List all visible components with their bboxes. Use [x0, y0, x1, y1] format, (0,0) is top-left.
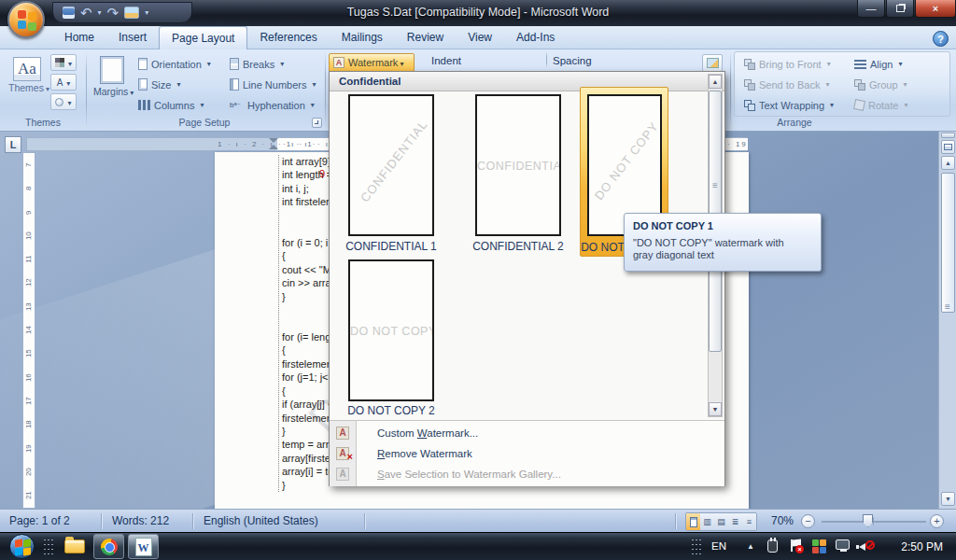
print-layout-view-button[interactable]: [686, 513, 700, 530]
zoom-in-button[interactable]: +: [930, 514, 944, 528]
page-setup-dialog-launcher[interactable]: [312, 118, 322, 128]
scrollbar-thumb[interactable]: [941, 173, 955, 313]
word-taskbar-button[interactable]: [128, 534, 159, 559]
tab-add-ins[interactable]: Add-Ins: [504, 26, 567, 49]
send-to-back-label: Send to Back: [759, 79, 820, 91]
themes-label: Themes: [8, 82, 49, 93]
tab-insert[interactable]: Insert: [106, 26, 159, 49]
text-wrapping-button[interactable]: Text Wrapping: [741, 96, 836, 114]
chrome-taskbar-button[interactable]: [93, 534, 124, 559]
position-button[interactable]: [702, 54, 723, 72]
outline-view-button[interactable]: ≣: [728, 513, 742, 530]
start-button[interactable]: [9, 534, 35, 559]
taskbar-separator: [43, 538, 54, 556]
align-button[interactable]: Align: [851, 55, 905, 73]
tab-page-layout[interactable]: Page Layout: [159, 26, 247, 49]
themes-icon: Aa: [13, 57, 41, 81]
bring-to-front-icon: [744, 59, 755, 70]
size-button[interactable]: Size: [135, 76, 183, 93]
document-scrollbar[interactable]: ▲ ▼: [938, 132, 956, 509]
hyphenation-button[interactable]: bᵃ⁻ Hyphenation: [227, 96, 317, 114]
zoom-level[interactable]: 70%: [771, 514, 794, 527]
ruler-toggle-button[interactable]: [941, 140, 955, 154]
picture-icon[interactable]: [124, 7, 139, 19]
themes-button[interactable]: Aa Themes: [7, 54, 47, 112]
language-indicator[interactable]: English (United States): [204, 514, 318, 527]
tab-selector-button[interactable]: L: [5, 136, 21, 153]
gallery-item-label: CONFIDENTIAL 1: [335, 240, 447, 253]
close-button[interactable]: ×: [915, 0, 956, 18]
scroll-up-button[interactable]: ▲: [941, 156, 955, 170]
save-selection-item[interactable]: A Save Selection to Watermark Gallery...: [330, 463, 724, 484]
minimize-button[interactable]: —: [857, 0, 885, 18]
scroll-down-button[interactable]: ▼: [941, 492, 955, 506]
align-icon: [854, 59, 866, 69]
bring-to-front-label: Bring to Front: [759, 59, 822, 70]
save-icon[interactable]: [63, 7, 75, 19]
clock[interactable]: 2:50 PM: [901, 540, 943, 553]
web-layout-button[interactable]: ▤: [714, 513, 728, 530]
line-numbers-button[interactable]: Line Numbers: [227, 76, 319, 93]
theme-fonts-button[interactable]: A: [50, 74, 77, 91]
office-button[interactable]: [7, 1, 45, 38]
help-icon: ?: [937, 34, 944, 45]
word-count[interactable]: Words: 212: [112, 514, 169, 527]
web-layout-icon: ▤: [717, 517, 725, 526]
page-setup-group-label: Page Setup: [93, 117, 316, 128]
full-screen-reading-button[interactable]: ▥: [700, 513, 714, 530]
page-indicator[interactable]: Page: 1 of 2: [9, 514, 70, 527]
send-to-back-button[interactable]: Send to Back: [741, 76, 832, 93]
zoom-out-button[interactable]: −: [801, 514, 815, 528]
rotate-icon: [853, 99, 865, 111]
margins-label: Margins: [93, 86, 134, 97]
custom-watermark-item[interactable]: A Custom Watermark...: [330, 422, 724, 443]
gallery-item-confidential-1[interactable]: CONFIDENTIAL: [348, 94, 434, 236]
power-plug-icon[interactable]: [767, 539, 778, 553]
tab-references[interactable]: References: [247, 26, 329, 49]
graphics-tray-icon[interactable]: [812, 539, 827, 554]
theme-effects-button[interactable]: [50, 93, 77, 110]
theme-colors-button[interactable]: [50, 54, 77, 71]
undo-icon[interactable]: ↶: [80, 6, 92, 20]
watermark-button[interactable]: A Watermark: [329, 53, 415, 72]
gallery-scroll-down-button[interactable]: ▼: [709, 402, 722, 416]
tab-view[interactable]: View: [456, 26, 504, 49]
tab-review[interactable]: Review: [395, 26, 456, 49]
split-handle[interactable]: [941, 133, 955, 138]
undo-dropdown-icon[interactable]: ▾: [98, 9, 102, 17]
vertical-ruler[interactable]: 789101112131415161718192021: [22, 152, 35, 509]
group-separator: [325, 52, 326, 127]
redo-icon[interactable]: ↷: [107, 6, 120, 20]
show-hidden-icons-button[interactable]: ▲: [747, 542, 754, 551]
margins-button[interactable]: Margins: [93, 54, 131, 112]
zoom-slider-track[interactable]: [822, 521, 926, 523]
quick-access-toolbar: ↶ ▾ ↷ ▾: [52, 2, 192, 23]
gallery-item-label: CONFIDENTIAL 2: [462, 240, 574, 253]
tab-home[interactable]: Home: [52, 26, 106, 49]
bring-to-front-button[interactable]: Bring to Front: [741, 55, 834, 73]
zoom-slider-thumb[interactable]: [863, 514, 873, 527]
language-tray-indicator[interactable]: EN: [711, 540, 726, 552]
columns-button[interactable]: Columns: [135, 96, 206, 114]
customize-qat-icon[interactable]: ▾: [145, 9, 148, 17]
gallery-scroll-up-button[interactable]: ▲: [709, 75, 722, 89]
help-button[interactable]: ?: [933, 31, 949, 47]
gallery-item-do-not-copy-2[interactable]: DO NOT COPY: [348, 259, 434, 401]
explorer-taskbar-button[interactable]: [62, 536, 88, 558]
group-button[interactable]: Group: [851, 76, 910, 93]
first-line-indent-icon[interactable]: [269, 138, 278, 143]
orientation-button[interactable]: Orientation: [135, 55, 214, 73]
tab-mailings[interactable]: Mailings: [330, 26, 395, 49]
volume-muted-icon[interactable]: [859, 539, 874, 554]
hanging-indent-icon[interactable]: [269, 145, 278, 149]
breaks-button[interactable]: Breaks: [227, 55, 287, 73]
network-display-icon[interactable]: [836, 539, 850, 550]
rotate-button[interactable]: Rotate: [851, 96, 910, 114]
indent-markers[interactable]: [269, 138, 278, 150]
draft-view-button[interactable]: ≡: [742, 513, 756, 530]
restore-button[interactable]: [886, 0, 914, 18]
menu-item-label: Custom Watermark...: [377, 427, 478, 439]
remove-watermark-item[interactable]: A× Remove Watermark: [330, 442, 724, 464]
gallery-item-confidential-2[interactable]: CONFIDENTIAL: [475, 94, 561, 236]
action-center-flag-icon[interactable]: ×: [790, 539, 800, 552]
